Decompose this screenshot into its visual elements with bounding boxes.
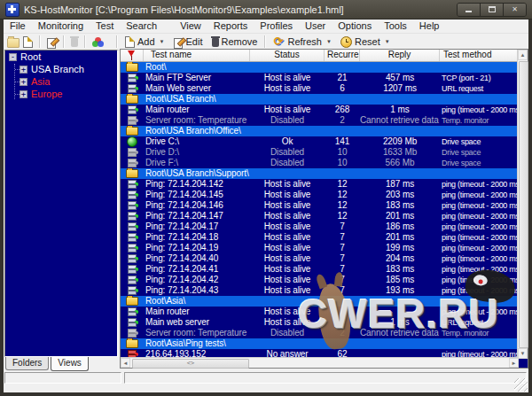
horizontal-scroll-thumb[interactable]: <> — [132, 359, 249, 369]
menu-options[interactable]: Options — [332, 19, 378, 33]
menu-tools[interactable]: Tools — [378, 19, 413, 33]
menu-profiles[interactable]: Profiles — [254, 19, 299, 33]
test-row[interactable]: Ping: 72.14.204.18Host is alive7201 mspi… — [121, 232, 519, 243]
cell-recurrences: 7 — [325, 232, 360, 243]
tree-item-label: USA Branch — [31, 64, 84, 74]
rename-folder-icon[interactable] — [47, 37, 57, 47]
test-row[interactable]: Drive F:\Disabled10566 MbDrive space — [121, 158, 519, 168]
test-row[interactable]: Main routerHost is aliveping (timeout - … — [121, 307, 519, 317]
host-alive-icon — [127, 84, 137, 93]
test-row[interactable]: Ping: 72.14.204.41Host is alive7183 mspi… — [121, 264, 519, 275]
menu-test[interactable]: Test — [90, 19, 120, 33]
expand-icon[interactable]: + — [20, 66, 27, 74]
title-bar[interactable]: KS-HostMonitor [C:\Program Files\HostMon… — [0, 0, 532, 19]
cell-recurrences: 141 — [325, 136, 360, 147]
menu-monitoring[interactable]: Monitoring — [32, 19, 90, 33]
tree-item-root[interactable]: -Root — [5, 50, 117, 63]
cell-status: Disabled — [250, 115, 325, 126]
test-row[interactable]: Drive C:\Ok1412209 MbDrive space — [121, 136, 519, 147]
test-row[interactable]: Ping: 72.14.204.145Host is alive12203 ms… — [121, 190, 519, 200]
column-header-recurrences[interactable]: Recurre... — [325, 50, 360, 61]
collapse-icon[interactable]: - — [9, 53, 17, 61]
test-row[interactable]: Ping: 72.14.204.146Host is alive12183 ms… — [121, 200, 519, 211]
scroll-left-icon[interactable]: ◄ — [121, 358, 130, 368]
cell-status: Disabled — [250, 158, 325, 168]
menu-view[interactable]: View — [174, 19, 207, 33]
close-button[interactable]: ✕ — [504, 4, 526, 16]
tab-folders[interactable]: Folders — [5, 357, 49, 370]
add-dropdown-caret[interactable]: ▼ — [160, 39, 165, 44]
remove-button-label: Remove — [222, 36, 258, 47]
edit-button[interactable]: Edit — [169, 35, 207, 48]
host-alive-icon — [127, 201, 137, 210]
menu-file[interactable]: File — [4, 19, 32, 33]
column-header-test-method[interactable]: Test method — [440, 50, 519, 61]
folder-row[interactable]: Root\Asia\Ping tests\ — [121, 338, 519, 349]
toolbar-separator — [116, 35, 118, 48]
cell-icon — [121, 253, 144, 264]
status-dot — [135, 108, 138, 112]
cell-test-method: URL request — [440, 83, 519, 94]
reset-dropdown-caret[interactable]: ▼ — [385, 39, 390, 44]
expand-icon[interactable]: + — [20, 78, 27, 86]
test-row[interactable]: Ping: 72.14.204.40Host is alive7204 mspi… — [121, 253, 519, 264]
column-header-test-name[interactable]: Test name — [144, 50, 250, 61]
scroll-down-icon[interactable]: ▼ — [518, 348, 528, 359]
palette-icon[interactable] — [92, 37, 104, 47]
table-header: Test name Status Recurre... Reply Test m… — [121, 50, 528, 62]
test-row[interactable]: Ping: 72.14.204.19Host is alive7199 mspi… — [121, 243, 519, 253]
test-row[interactable]: Server room: TemperatureDisabled2Cannot … — [121, 115, 519, 126]
column-header-reply[interactable]: Reply — [360, 50, 440, 61]
folder-row[interactable]: Root\ — [121, 62, 519, 73]
vertical-scrollbar[interactable]: ▲ ▼ — [517, 50, 528, 359]
test-row[interactable]: Ping: 72.14.204.147Host is alive12201 ms… — [121, 211, 519, 221]
scroll-up-icon[interactable]: ▲ — [518, 50, 528, 60]
new-testlist-icon[interactable] — [23, 36, 33, 48]
minimize-button[interactable] — [458, 4, 481, 16]
cell-status: Host is alive — [250, 264, 325, 275]
test-row[interactable]: Drive D:\Disabled101633 MbDrive space — [121, 147, 519, 158]
remove-button[interactable]: Remove — [207, 35, 262, 48]
cell-test-method: Drive space — [440, 136, 519, 147]
test-row[interactable]: Ping: 72.14.204.43Host is alive7193 mspi… — [121, 285, 519, 296]
cell-recurrences — [325, 317, 360, 328]
folder-row[interactable]: Root\USA Branch\Support\ — [121, 168, 519, 179]
cell-icon — [121, 232, 144, 243]
tab-views[interactable]: Views — [51, 357, 89, 371]
folder-row[interactable]: Root\Asia\ — [121, 296, 519, 307]
cell-recurrences: 6 — [325, 83, 360, 94]
test-row[interactable]: Main routerHost is alive2681 msping (tim… — [121, 105, 519, 115]
new-folder-icon[interactable] — [7, 38, 20, 48]
test-row[interactable]: Main web serverHost is alive1 msURL requ… — [121, 317, 519, 328]
tree-item-asia[interactable]: +Asia — [5, 75, 117, 88]
column-header-status[interactable]: Status — [250, 50, 325, 61]
test-row[interactable]: Main Web serverHost is alive61207 msURL … — [121, 83, 519, 94]
cell-reply: 201 ms — [360, 232, 440, 243]
horizontal-scrollbar[interactable]: ◄ <> ► — [121, 357, 519, 368]
menu-reports[interactable]: Reports — [207, 19, 254, 33]
test-row[interactable]: Ping: 72.14.204.42Host is alive7185 mspi… — [121, 275, 519, 285]
maximize-button[interactable] — [481, 4, 504, 16]
folder-row[interactable]: Root\USA Branch\Office\ — [121, 126, 519, 136]
test-row[interactable]: Ping: 72.14.204.142Host is alive12187 ms… — [121, 179, 519, 190]
add-button[interactable]: Add ▼ — [121, 35, 169, 49]
tree-item-europe[interactable]: +Europe — [5, 88, 117, 100]
refresh-dropdown-caret[interactable]: ▼ — [326, 39, 332, 44]
menu-search[interactable]: Search — [120, 19, 163, 33]
refresh-button[interactable]: ⟳ Refresh ▼ — [269, 35, 335, 48]
reset-button[interactable]: Reset ▼ — [336, 35, 395, 49]
test-row[interactable]: Server room: TemperatureDisabled2Cannot … — [121, 328, 519, 338]
cell-status: Disabled — [250, 328, 325, 338]
priority-column-header[interactable] — [121, 50, 144, 61]
menu-user[interactable]: User — [299, 19, 332, 33]
test-row[interactable]: Main FTP ServerHost is alive21457 msTCP … — [121, 73, 519, 83]
menu-help[interactable]: Help — [413, 19, 446, 33]
scroll-right-icon[interactable]: ► — [509, 358, 519, 368]
resize-grip[interactable] — [514, 378, 528, 392]
delete-folder-icon[interactable] — [71, 38, 78, 47]
vertical-scroll-thumb[interactable] — [519, 61, 528, 348]
tree-item-usa-branch[interactable]: +USA Branch — [5, 63, 117, 75]
expand-icon[interactable]: + — [20, 90, 27, 98]
test-row[interactable]: Ping: 72.14.204.17Host is alive7186 mspi… — [121, 221, 519, 232]
folder-row[interactable]: Root\USA Branch\ — [121, 94, 519, 105]
